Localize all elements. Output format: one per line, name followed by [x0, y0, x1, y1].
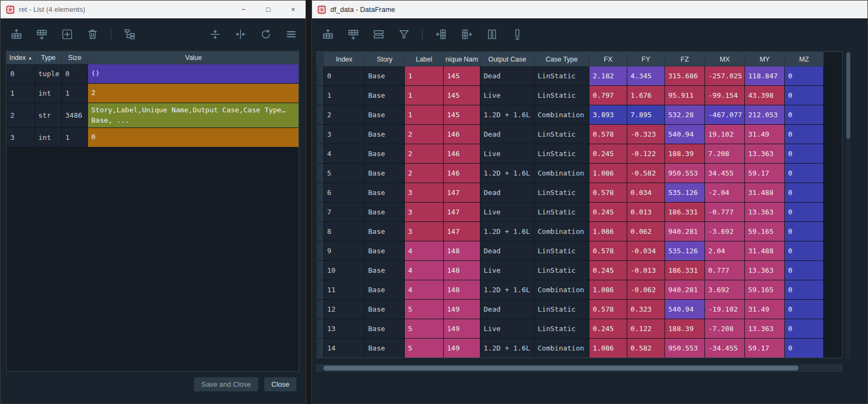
cell[interactable]: LinStatic — [534, 203, 589, 222]
cell[interactable]: 0.245 — [589, 203, 627, 222]
cell[interactable]: 0.122 — [627, 319, 665, 339]
cell[interactable]: 0 — [785, 144, 824, 164]
column-header-type[interactable]: Type — [35, 52, 62, 64]
cell[interactable]: 4 — [405, 241, 444, 261]
cell[interactable]: 2.04 — [705, 241, 745, 261]
cell[interactable]: 1 — [405, 86, 444, 105]
row-index-cell[interactable]: 0 — [7, 64, 35, 84]
column-header-fx[interactable]: FX — [589, 52, 627, 66]
cell[interactable]: -19.102 — [705, 300, 745, 319]
cell[interactable]: 0.034 — [627, 183, 665, 203]
cell[interactable]: Dead — [480, 66, 534, 86]
row-index-cell[interactable]: 8 — [324, 222, 365, 241]
cell[interactable]: 0.245 — [589, 261, 627, 280]
cell[interactable]: LinStatic — [534, 66, 589, 86]
column-header-fz[interactable]: FZ — [665, 52, 705, 66]
cell[interactable]: 1.2D + 1.6L — [480, 339, 534, 358]
cell[interactable]: 145 — [444, 86, 480, 105]
value-cell[interactable]: 0 — [88, 128, 300, 147]
cell[interactable]: 149 — [444, 339, 480, 358]
cell[interactable]: Combination — [534, 164, 589, 183]
row-index-cell[interactable]: 4 — [324, 144, 365, 164]
cell[interactable]: Live — [480, 144, 534, 164]
hierarchy-icon[interactable] — [123, 27, 137, 41]
cell[interactable]: 149 — [444, 319, 480, 339]
cell[interactable]: Base — [365, 183, 405, 203]
cell[interactable]: -3.692 — [705, 222, 745, 241]
type-cell[interactable]: tuple — [35, 64, 62, 84]
cell[interactable]: 0.797 — [589, 86, 627, 105]
column-header-index[interactable]: Index — [324, 52, 365, 66]
cell[interactable]: 149 — [444, 300, 480, 319]
cell[interactable]: 315.686 — [665, 66, 705, 86]
cell[interactable]: Base — [365, 339, 405, 358]
cell[interactable]: 2.182 — [589, 66, 627, 86]
cell[interactable]: Live — [480, 261, 534, 280]
cell[interactable]: 148 — [444, 280, 480, 300]
cell[interactable]: -99.154 — [705, 86, 745, 105]
minimize-button[interactable]: − — [231, 1, 256, 18]
column-header-fy[interactable]: FY — [627, 52, 665, 66]
cell[interactable]: Combination — [534, 105, 589, 125]
cell[interactable]: 0.013 — [627, 203, 665, 222]
value-cell[interactable]: 2 — [88, 84, 300, 103]
cell[interactable]: 0.578 — [589, 300, 627, 319]
cell[interactable]: 31.49 — [745, 300, 785, 319]
cell[interactable]: Live — [480, 86, 534, 105]
value-cell[interactable]: Story,Label,Unique Name,Output Case,Case… — [88, 103, 300, 128]
cell[interactable]: 146 — [444, 125, 480, 144]
column-header-case-type[interactable]: Case Type — [534, 52, 589, 66]
cell[interactable]: 5 — [405, 339, 444, 358]
cell[interactable]: 118.847 — [745, 66, 785, 86]
remove-column-icon[interactable] — [510, 27, 524, 41]
cell[interactable]: 3 — [405, 222, 444, 241]
cell[interactable]: -7.208 — [705, 319, 745, 339]
cell[interactable]: 4.345 — [627, 66, 665, 86]
cell[interactable]: 0 — [785, 203, 824, 222]
cell[interactable]: Dead — [480, 183, 534, 203]
cell[interactable]: 34.455 — [705, 164, 745, 183]
filter-icon[interactable] — [397, 27, 411, 41]
cell[interactable]: 0 — [785, 280, 824, 300]
row-index-cell[interactable]: 7 — [324, 203, 365, 222]
cell[interactable]: 31.49 — [745, 125, 785, 144]
cell[interactable]: -257.025 — [705, 66, 745, 86]
cell[interactable]: 3.893 — [589, 105, 627, 125]
value-cell[interactable]: () — [88, 64, 300, 84]
cell[interactable]: 0 — [785, 125, 824, 144]
cell[interactable]: 2 — [405, 144, 444, 164]
close-button[interactable]: × — [281, 1, 306, 18]
cell[interactable]: Base — [365, 300, 405, 319]
cell[interactable]: 940.281 — [665, 222, 705, 241]
type-cell[interactable]: str — [35, 103, 62, 128]
resize-columns-icon[interactable] — [233, 27, 247, 41]
cell[interactable]: -0.034 — [627, 241, 665, 261]
row-index-cell[interactable]: 12 — [324, 300, 365, 319]
cell[interactable]: Combination — [534, 339, 589, 358]
column-header-nique-nam[interactable]: nique Nam — [444, 52, 480, 66]
row-index-cell[interactable]: 3 — [7, 128, 35, 147]
cell[interactable]: 0 — [785, 105, 824, 125]
cell[interactable]: Dead — [480, 241, 534, 261]
cell[interactable]: 0 — [785, 261, 824, 280]
row-index-cell[interactable]: 2 — [324, 105, 365, 125]
cell[interactable]: 0 — [785, 164, 824, 183]
cell[interactable]: 0 — [785, 86, 824, 105]
cell[interactable]: 0 — [785, 183, 824, 203]
cell[interactable]: Dead — [480, 300, 534, 319]
cell[interactable]: 147 — [444, 203, 480, 222]
insert-row-below-icon[interactable] — [346, 27, 360, 41]
cell[interactable]: 0 — [785, 222, 824, 241]
cell[interactable]: -467.077 — [705, 105, 745, 125]
cell[interactable]: 95.911 — [665, 86, 705, 105]
insert-row-above-icon[interactable] — [321, 27, 335, 41]
cell[interactable]: 148 — [444, 261, 480, 280]
row-index-cell[interactable]: 10 — [324, 261, 365, 280]
cell[interactable]: 950.553 — [665, 339, 705, 358]
cell[interactable]: 59.17 — [745, 339, 785, 358]
cell[interactable]: 19.102 — [705, 125, 745, 144]
size-cell[interactable]: 3486 — [62, 103, 88, 128]
row-index-cell[interactable]: 9 — [324, 241, 365, 261]
cell[interactable]: 186.331 — [665, 261, 705, 280]
cell[interactable]: 0 — [785, 339, 824, 358]
